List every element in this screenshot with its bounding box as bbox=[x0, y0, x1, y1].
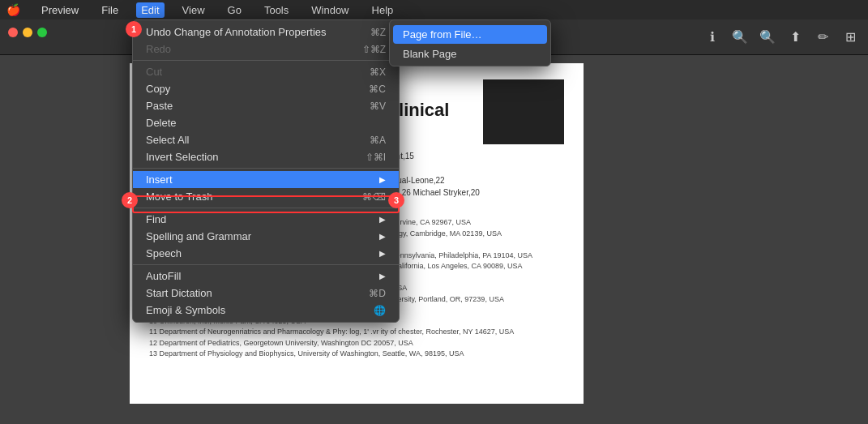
menu-emoji-symbols[interactable]: Emoji & Symbols 🌐 bbox=[133, 302, 399, 319]
menu-paste[interactable]: Paste ⌘V bbox=[133, 97, 399, 114]
sidebar-icon[interactable]: ⊞ bbox=[840, 28, 860, 47]
share-icon[interactable]: ⬆ bbox=[785, 28, 805, 47]
menu-delete[interactable]: Delete bbox=[133, 114, 399, 131]
fullscreen-button[interactable] bbox=[37, 28, 47, 37]
menu-select-all[interactable]: Select All ⌘A bbox=[133, 131, 399, 148]
menu-invert-selection[interactable]: Invert Selection ⇧⌘I bbox=[133, 148, 399, 165]
menubar: 🍎 Preview File Edit View Go Tools Window… bbox=[0, 0, 868, 19]
menubar-help[interactable]: Help bbox=[367, 2, 399, 18]
menu-spelling[interactable]: Spelling and Grammar ▶ bbox=[133, 228, 399, 245]
menubar-view[interactable]: View bbox=[177, 2, 210, 18]
zoom-out-icon[interactable]: 🔍 bbox=[758, 28, 777, 47]
traffic-lights bbox=[8, 28, 47, 37]
callout-1: 1 bbox=[126, 21, 142, 37]
apple-menu[interactable]: 🍎 bbox=[6, 3, 20, 16]
menu-find[interactable]: Find ▶ bbox=[133, 211, 399, 228]
edit-menu[interactable]: Undo Change of Annotation Properties ⌘Z … bbox=[132, 19, 400, 323]
menubar-file[interactable]: File bbox=[96, 2, 123, 18]
menu-autofill[interactable]: AutoFill ▶ bbox=[133, 268, 399, 285]
minimize-button[interactable] bbox=[23, 28, 32, 37]
zoom-in-icon[interactable]: 🔍 bbox=[730, 28, 750, 47]
affiliation-line: 12 Department of Pediatrics, Georgetown … bbox=[149, 338, 564, 349]
callout-3: 3 bbox=[388, 192, 404, 208]
menu-blank-page[interactable]: Blank Page bbox=[390, 45, 550, 62]
menubar-preview[interactable]: Preview bbox=[36, 2, 83, 18]
menubar-go[interactable]: Go bbox=[223, 2, 246, 18]
menubar-window[interactable]: Window bbox=[306, 2, 353, 18]
menu-cut[interactable]: Cut ⌘X bbox=[133, 63, 399, 80]
doc-area: VIEW ARTICLE rnessing neuroplasticity fo… bbox=[0, 55, 868, 424]
affiliation-line: 13 Department of Physiology and Biophysi… bbox=[149, 349, 564, 360]
menu-start-dictation[interactable]: Start Dictation ⌘D bbox=[133, 285, 399, 302]
separator-3 bbox=[133, 208, 399, 208]
menu-undo[interactable]: Undo Change of Annotation Properties ⌘Z bbox=[133, 24, 399, 41]
separator-1 bbox=[133, 60, 399, 61]
menu-insert[interactable]: Insert ▶ bbox=[133, 171, 399, 188]
affiliation-line: 11 Department of Neurogenriatrics and Ph… bbox=[149, 327, 564, 338]
menu-copy[interactable]: Copy ⌘C bbox=[133, 80, 399, 97]
menubar-tools[interactable]: Tools bbox=[259, 2, 293, 18]
menu-redo[interactable]: Redo ⇧⌘Z bbox=[133, 41, 399, 58]
callout-2: 2 bbox=[122, 192, 138, 208]
menu-page-from-file[interactable]: Page from File… bbox=[393, 25, 547, 44]
menu-move-trash[interactable]: Move to Trash ⌘⌫ bbox=[133, 188, 399, 205]
insert-submenu[interactable]: Page from File… Blank Page bbox=[389, 19, 551, 66]
menubar-edit[interactable]: Edit bbox=[136, 2, 164, 18]
info-icon[interactable]: ℹ bbox=[703, 28, 722, 47]
menu-speech[interactable]: Speech ▶ bbox=[133, 245, 399, 262]
close-button[interactable] bbox=[8, 28, 18, 37]
separator-4 bbox=[133, 264, 399, 265]
pencil-icon[interactable]: ✏ bbox=[813, 28, 832, 47]
separator-2 bbox=[133, 168, 399, 169]
